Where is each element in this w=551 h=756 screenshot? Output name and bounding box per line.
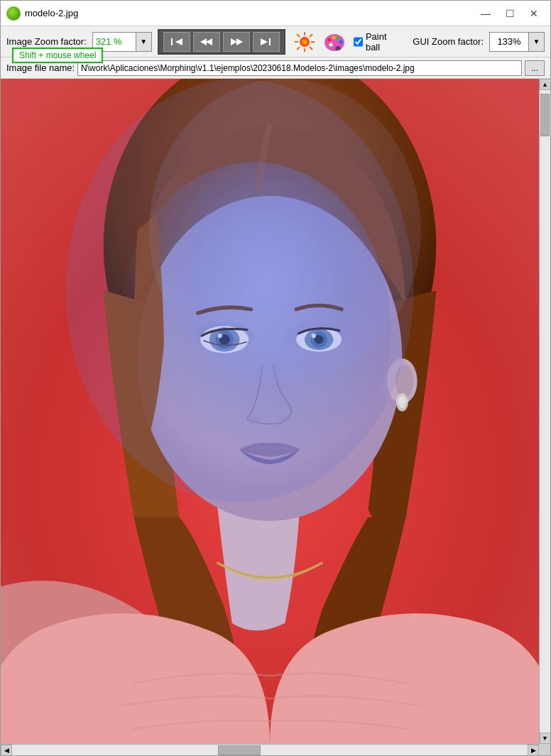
filename-input[interactable] (77, 60, 522, 76)
svg-marker-5 (236, 38, 243, 45)
icon-buttons (291, 30, 348, 54)
gui-zoom-wrapper: ▼ (489, 32, 545, 52)
main-window: modelo-2.jpg — ☐ ✕ Image Zoom factor: ▼ (0, 0, 551, 756)
image-zoom-dropdown[interactable]: ▼ (136, 33, 151, 51)
sun-effect-button[interactable] (291, 30, 318, 54)
zoom-hint: Shift + mouse wheel (12, 48, 103, 63)
portrait-display (1, 79, 539, 744)
svg-point-48 (398, 396, 406, 408)
svg-point-21 (335, 46, 341, 50)
svg-marker-4 (231, 38, 237, 45)
svg-point-22 (327, 38, 331, 41)
scroll-up-button[interactable]: ▲ (540, 79, 551, 90)
next-button[interactable] (223, 32, 250, 52)
filename-label: Image file name: (6, 62, 75, 73)
paintball-area: Paint ball (354, 31, 402, 53)
gui-zoom-dropdown[interactable]: ▼ (528, 33, 544, 51)
vertical-scrollbar: ▲ ▼ (539, 79, 550, 744)
paint-palette-button[interactable] (321, 30, 348, 54)
app-icon (6, 6, 21, 21)
close-button[interactable]: ✕ (523, 5, 545, 22)
svg-rect-7 (269, 38, 271, 45)
svg-point-50 (149, 79, 421, 381)
scroll-left-button[interactable]: ◀ (1, 745, 12, 756)
svg-point-26 (329, 43, 332, 46)
svg-marker-1 (175, 38, 182, 45)
svg-line-15 (297, 47, 300, 50)
svg-line-13 (310, 47, 312, 50)
browse-button[interactable]: ... (525, 60, 545, 76)
scroll-thumb-horizontal[interactable] (218, 745, 261, 755)
paintball-label: Paint ball (366, 31, 401, 53)
image-zoom-label: Image Zoom factor: (6, 36, 87, 47)
maximize-button[interactable]: ☐ (499, 5, 520, 22)
scroll-track-vertical[interactable] (540, 90, 550, 733)
title-bar: modelo-2.jpg — ☐ ✕ (1, 1, 550, 26)
horizontal-scrollbar: ◀ ▶ (1, 744, 539, 755)
svg-marker-6 (261, 38, 268, 45)
svg-point-25 (339, 40, 342, 43)
svg-point-23 (332, 35, 335, 39)
window-title: modelo-2.jpg (25, 8, 475, 18)
window-controls: — ☐ ✕ (475, 5, 545, 22)
scroll-right-button[interactable]: ▶ (528, 745, 539, 756)
svg-line-14 (310, 34, 312, 37)
gui-zoom-input[interactable] (490, 33, 528, 51)
svg-rect-0 (171, 38, 173, 45)
last-button[interactable] (253, 32, 280, 52)
scroll-corner (539, 744, 550, 755)
svg-point-18 (302, 40, 307, 44)
paintball-checkbox[interactable] (354, 37, 363, 47)
svg-point-24 (336, 36, 339, 40)
minimize-button[interactable]: — (475, 5, 496, 22)
scroll-track-horizontal[interactable] (12, 745, 528, 755)
image-container: ▲ ▼ ◀ ▶ (1, 79, 550, 755)
svg-line-12 (297, 34, 300, 37)
svg-marker-3 (200, 38, 207, 45)
svg-marker-2 (206, 38, 212, 45)
first-button[interactable] (163, 32, 190, 52)
scroll-thumb-vertical[interactable] (540, 94, 550, 136)
gui-zoom-label: GUI Zoom factor: (413, 36, 484, 47)
prev-button[interactable] (193, 32, 220, 52)
scroll-down-button[interactable]: ▼ (540, 733, 551, 744)
navigation-panel (158, 29, 285, 55)
